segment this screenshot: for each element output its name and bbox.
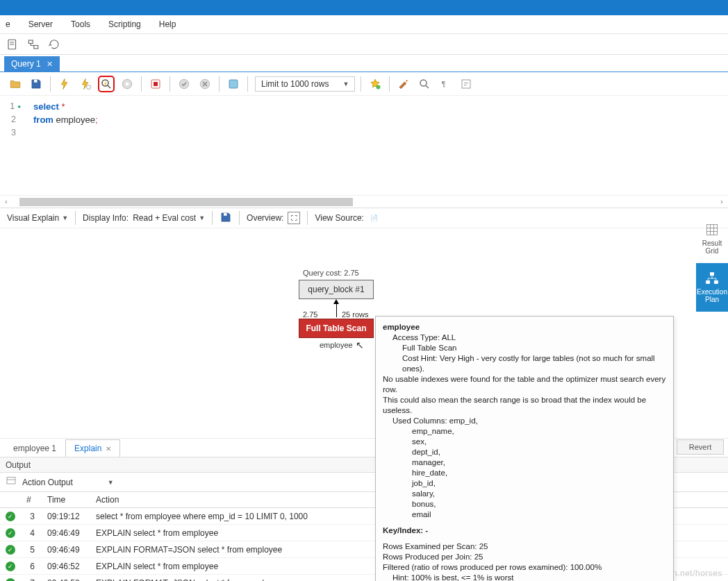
stop-on-error-icon[interactable]: [147, 76, 164, 92]
save-plan-icon[interactable]: [220, 211, 232, 226]
tooltip-text: email: [383, 510, 666, 520]
open-icon[interactable]: [7, 76, 24, 92]
commit-icon[interactable]: [176, 76, 192, 92]
scroll-right-icon[interactable]: ›: [715, 198, 728, 205]
query-block-node[interactable]: query_block #1: [299, 280, 374, 299]
query-tab[interactable]: Query 1 ✕: [4, 56, 60, 71]
beautify-icon[interactable]: [395, 76, 412, 92]
svg-point-14: [420, 80, 427, 86]
code-text: ;: [95, 115, 98, 125]
tooltip-title: employee: [383, 323, 420, 331]
close-icon[interactable]: ✕: [47, 60, 53, 69]
limit-label: Limit to 1000 rows: [261, 79, 329, 89]
view-source-icon[interactable]: 📄: [368, 212, 381, 224]
index-cell: 6: [21, 558, 42, 575]
time-cell: 09:46:52: [42, 558, 90, 575]
model-icon[interactable]: [26, 37, 40, 51]
autocommit-icon[interactable]: [225, 76, 242, 92]
separator: [141, 76, 142, 92]
sql-file-icon[interactable]: [6, 37, 19, 51]
invisible-chars-icon[interactable]: ¶: [437, 76, 454, 92]
save-icon[interactable]: [28, 76, 44, 92]
top-toolbar: [0, 33, 728, 54]
tab-label: Result Grid: [702, 239, 722, 255]
query-tab-label: Query 1: [11, 59, 41, 69]
tooltip-text: Cost Hint: Very High - very costly for l…: [402, 354, 655, 373]
chevron-down-icon: ▼: [342, 81, 349, 87]
close-icon[interactable]: ✕: [106, 445, 111, 453]
menu-item[interactable]: Help: [156, 18, 179, 31]
tab-employee[interactable]: employee 1: [4, 439, 65, 457]
success-icon: ✓: [6, 528, 15, 538]
horizontal-scrollbar[interactable]: ‹ ›: [0, 195, 728, 208]
code-area[interactable]: select * from employee;: [26, 96, 728, 195]
overview-icon[interactable]: ⛶: [288, 212, 300, 224]
limit-dropdown[interactable]: Limit to 1000 rows ▼: [255, 76, 355, 92]
status-cell: ✓: [0, 525, 21, 541]
dropdown-label: Read + Eval cost: [133, 213, 196, 223]
separator: [212, 211, 213, 225]
refresh-icon[interactable]: [47, 37, 61, 51]
index-cell: 5: [21, 541, 42, 558]
scroll-thumb[interactable]: [19, 198, 353, 206]
keyword: from: [33, 115, 53, 125]
time-cell: 09:46:49: [42, 525, 90, 541]
separator: [50, 76, 51, 92]
editor-toolbar: Limit to 1000 rows ▼ ¶: [0, 72, 728, 96]
query-cost-label: Query cost: 2.75: [303, 269, 359, 277]
result-grid-tab[interactable]: Result Grid: [696, 214, 728, 263]
output-type-dropdown[interactable]: Action Output ▼: [22, 478, 114, 487]
favorite-icon[interactable]: [367, 76, 383, 92]
stop-icon[interactable]: [119, 76, 135, 92]
separator: [219, 76, 220, 92]
separator: [75, 211, 76, 225]
separator: [361, 76, 361, 92]
svg-rect-19: [711, 273, 714, 276]
dropdown-label: Action Output: [22, 478, 73, 487]
status-cell: ✓: [0, 558, 21, 575]
line-gutter: 1● 2 3: [0, 96, 26, 195]
menu-item[interactable]: Tools: [68, 18, 93, 31]
revert-button[interactable]: Revert: [677, 439, 724, 455]
col-time: Time: [42, 492, 90, 508]
menubar: e Server Tools Scripting Help: [0, 15, 728, 33]
dropdown-label: Visual Explain: [7, 213, 59, 223]
scroll-track[interactable]: [13, 197, 715, 207]
rollback-icon[interactable]: [197, 76, 213, 92]
cursor-icon: ↖: [356, 339, 364, 351]
tab-label: Execution Plan: [697, 288, 727, 303]
execute-icon[interactable]: [56, 76, 73, 92]
rows-value: 25 rows: [342, 310, 369, 319]
keyword: select: [33, 101, 59, 112]
tooltip-text: Rows Examined per Scan: 25: [383, 541, 666, 552]
table-name-label: employee: [320, 341, 353, 349]
index-cell: 4: [21, 525, 42, 541]
explain-icon[interactable]: [98, 76, 115, 92]
tab-explain[interactable]: Explain✕: [65, 439, 120, 457]
execution-plan-tab[interactable]: Execution Plan: [696, 263, 728, 312]
wrap-icon[interactable]: [458, 76, 474, 92]
visual-explain-bar: Visual Explain ▼ Display Info: Read + Ev…: [0, 208, 728, 228]
svg-rect-9: [154, 82, 158, 86]
tooltip-text: emp_name,: [383, 426, 666, 437]
explain-mode-dropdown[interactable]: Visual Explain ▼: [7, 213, 68, 223]
display-info-dropdown[interactable]: Read + Eval cost ▼: [133, 213, 205, 223]
full-table-scan-node[interactable]: Full Table Scan: [299, 319, 374, 338]
svg-point-10: [179, 79, 189, 89]
success-icon: ✓: [6, 578, 15, 581]
output-panel-icon[interactable]: [6, 475, 17, 489]
col-index: #: [21, 492, 42, 508]
execute-current-icon[interactable]: [77, 76, 94, 92]
find-icon[interactable]: [416, 76, 433, 92]
view-source-label: View Source:: [315, 213, 363, 223]
sql-editor[interactable]: 1● 2 3 select * from employee;: [0, 96, 728, 195]
tooltip-text: manager,: [383, 457, 666, 468]
cost-value: 2.75: [303, 310, 317, 319]
menu-item[interactable]: Scripting: [106, 18, 144, 31]
tab-label: Explain: [74, 444, 101, 453]
scroll-left-icon[interactable]: ‹: [0, 198, 13, 205]
separator: [307, 211, 308, 225]
menu-item[interactable]: e: [3, 18, 13, 31]
menu-item[interactable]: Server: [26, 18, 56, 31]
titlebar: [0, 0, 728, 15]
